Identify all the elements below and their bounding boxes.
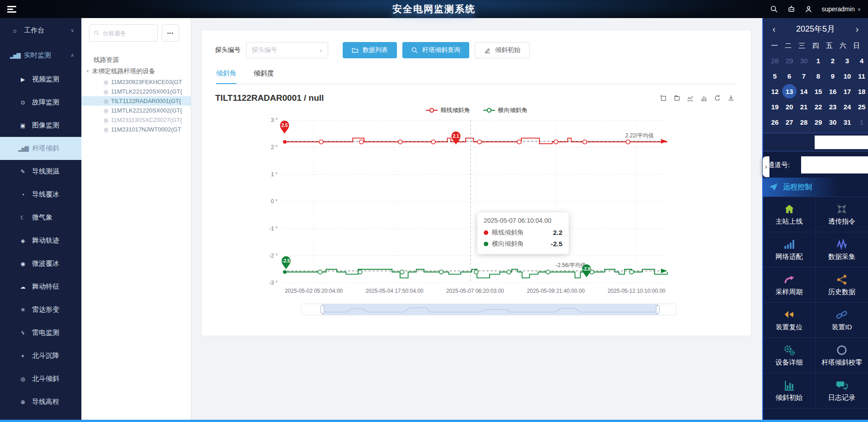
datazoom-right-handle[interactable]	[656, 305, 660, 314]
calendar-day[interactable]: 31	[840, 115, 854, 129]
line-chart[interactable]: 3 °2 °1 °0 °-1 °-2 °-3 °2025-05-02 05:20…	[215, 116, 681, 298]
calendar-day[interactable]: 6	[782, 69, 797, 83]
tree-search-input[interactable]	[103, 30, 153, 37]
sidebar-item[interactable]: ϟ 雷电监测	[0, 321, 81, 344]
calendar-day[interactable]: 23	[826, 99, 840, 114]
toolbox-zoom-reset-icon[interactable]	[673, 94, 680, 102]
toolbox-bar-chart-icon[interactable]	[700, 94, 708, 102]
calendar-day[interactable]: 17	[840, 84, 854, 98]
calendar-day[interactable]: 28	[768, 53, 782, 68]
sidebar-section-realtime[interactable]: ▂▅▇ 实时监测 ∧	[0, 43, 81, 68]
calendar-day[interactable]: 7	[797, 69, 811, 83]
sidebar-item[interactable]: ✎ 导线测温	[0, 160, 81, 183]
robot-icon[interactable]	[788, 5, 796, 13]
calendar-day[interactable]: 2	[826, 53, 840, 68]
sidebar-item[interactable]: ☾ 微气象	[0, 206, 81, 229]
tilt-init-button[interactable]: 倾斜初始	[475, 42, 530, 58]
sidebar-item[interactable]: ▶ 视频监测	[0, 68, 81, 91]
tree-node-unbound-group[interactable]: ▾ 未绑定线路杆塔的设备	[81, 66, 191, 77]
calendar-day[interactable]: 13	[782, 84, 797, 98]
calendar-day[interactable]: 16	[826, 84, 840, 98]
sidebar-item[interactable]: ⌖ 北斗沉降	[0, 344, 81, 367]
sidebar-item[interactable]: ⊙ 故障监测	[0, 91, 81, 114]
calendar-day[interactable]: 22	[811, 99, 826, 114]
tower-tilt-query-button[interactable]: 杆塔倾斜查询	[402, 42, 469, 58]
calendar-day[interactable]: 27	[782, 115, 797, 129]
panel-input[interactable]	[815, 136, 868, 149]
calendar-day[interactable]: 25	[854, 99, 868, 114]
sidebar-item[interactable]: ▣ 图像监测	[0, 114, 81, 137]
legend-item-series2[interactable]: 横向倾斜角	[483, 106, 528, 114]
calendar-day[interactable]: 18	[854, 84, 868, 98]
sidebar-item-workbench[interactable]: ⌂ 工作台 ∨	[0, 18, 81, 43]
remote-button-network-adapt[interactable]: 网络适配	[763, 232, 816, 267]
remote-button-device-id[interactable]: 装置ID	[816, 303, 868, 338]
toolbox-datazoom-icon[interactable]	[660, 94, 667, 102]
toolbox-line-chart-icon[interactable]	[687, 94, 694, 102]
calendar-day[interactable]: 10	[840, 69, 854, 83]
remote-button-master-online[interactable]: 主站上线	[763, 197, 816, 232]
remote-button-tilt-zero-calibration[interactable]: 杆塔倾斜校零	[816, 338, 868, 373]
toolbox-save-image-icon[interactable]	[727, 94, 735, 102]
sidebar-item[interactable]: ◎ 北斗倾斜	[0, 367, 81, 390]
remote-button-tilt-initial[interactable]: 倾斜初始	[763, 373, 816, 408]
calendar-day[interactable]: 8	[811, 69, 826, 83]
calendar-day[interactable]: 24	[840, 99, 854, 114]
search-icon[interactable]	[770, 5, 778, 13]
calendar-day[interactable]: 30	[826, 115, 840, 129]
remote-button-sample-cycle[interactable]: 采样周期	[763, 267, 816, 303]
calendar-day[interactable]: 15	[811, 84, 826, 98]
remote-button-passthrough-command[interactable]: 透传指令	[816, 197, 868, 232]
sidebar-item[interactable]: ◔ 导线覆冰	[0, 183, 81, 206]
probe-number-select[interactable]: 探头编号 ∨	[246, 42, 328, 58]
tree-device-item[interactable]: ◎ 11M231017NJWT0002(GT	[81, 125, 191, 134]
remote-button-device-detail[interactable]: 设备详细	[763, 338, 816, 373]
remote-button-device-reset[interactable]: 装置复位	[763, 303, 816, 338]
remote-button-log-record[interactable]: 日志记录	[816, 373, 868, 408]
tree-search-box[interactable]	[89, 24, 158, 42]
sidebar-item[interactable]: ✳ 雷达形变	[0, 298, 81, 321]
calendar-day[interactable]: 29	[782, 53, 797, 68]
remote-button-data-collect[interactable]: 数据采集	[816, 232, 868, 267]
calendar-day[interactable]: 28	[797, 115, 811, 129]
calendar-day[interactable]: 20	[782, 99, 797, 114]
calendar-day[interactable]: 26	[768, 115, 782, 129]
sidebar-item[interactable]: ◉ 微波覆冰	[0, 252, 81, 275]
calendar-day[interactable]: 9	[826, 69, 840, 83]
calendar-day[interactable]: 14	[797, 84, 811, 98]
calendar-day[interactable]: 1	[811, 53, 826, 68]
calendar-day[interactable]: 11	[854, 69, 868, 83]
calendar-next-button[interactable]: ›	[851, 24, 863, 34]
toolbox-restore-icon[interactable]	[714, 94, 721, 102]
calendar-day[interactable]: 30	[797, 53, 811, 68]
more-options-button[interactable]: •••	[162, 24, 179, 42]
sidebar-item[interactable]: ⊕ 导线高程	[0, 390, 81, 413]
user-menu[interactable]: superadmin ∨	[822, 5, 861, 13]
user-icon[interactable]	[805, 5, 813, 13]
calendar-day[interactable]: 12	[768, 84, 782, 98]
tab-tilt-angle[interactable]: 倾斜角	[216, 69, 236, 84]
datazoom-slider[interactable]	[301, 304, 676, 315]
datazoom-selection[interactable]	[322, 304, 658, 315]
sidebar-item[interactable]: ◈ 舞动轨迹	[0, 229, 81, 252]
tree-device-item[interactable]: ◎ 11M230923FEKHCE03(GT	[81, 77, 191, 87]
tree-node-line-resource[interactable]: 线路资源	[81, 54, 191, 66]
datazoom-left-handle[interactable]	[321, 305, 324, 314]
panel-collapse-handle[interactable]: ›	[763, 156, 769, 177]
calendar-day[interactable]: 3	[840, 53, 854, 68]
tree-device-item[interactable]: ◎ 11M231130SXCZ0027(GT{	[81, 115, 191, 125]
remote-button-history-data[interactable]: 历史数据	[816, 267, 868, 303]
tree-device-item[interactable]: ◎ 11MTLK221220SX001(GT{	[81, 87, 191, 96]
sidebar-item[interactable]: ▂▅▇ 杆塔倾斜	[0, 137, 81, 160]
menu-toggle-icon[interactable]	[7, 6, 16, 13]
channel-input[interactable]	[801, 156, 868, 173]
legend-item-series1[interactable]: 顺线倾斜角	[425, 106, 470, 114]
tab-tilt-degree[interactable]: 倾斜度	[254, 69, 274, 84]
sidebar-item[interactable]: ☁ 舞动特征	[0, 275, 81, 298]
calendar-day[interactable]: 4	[854, 53, 868, 68]
calendar-day[interactable]: 29	[811, 115, 826, 129]
calendar-day[interactable]: 19	[768, 99, 782, 114]
tree-device-item[interactable]: ◎ 11MTLK221220SX002(GT{	[81, 106, 191, 115]
calendar-day[interactable]: 21	[797, 99, 811, 114]
data-list-button[interactable]: 数据列表	[343, 42, 397, 58]
